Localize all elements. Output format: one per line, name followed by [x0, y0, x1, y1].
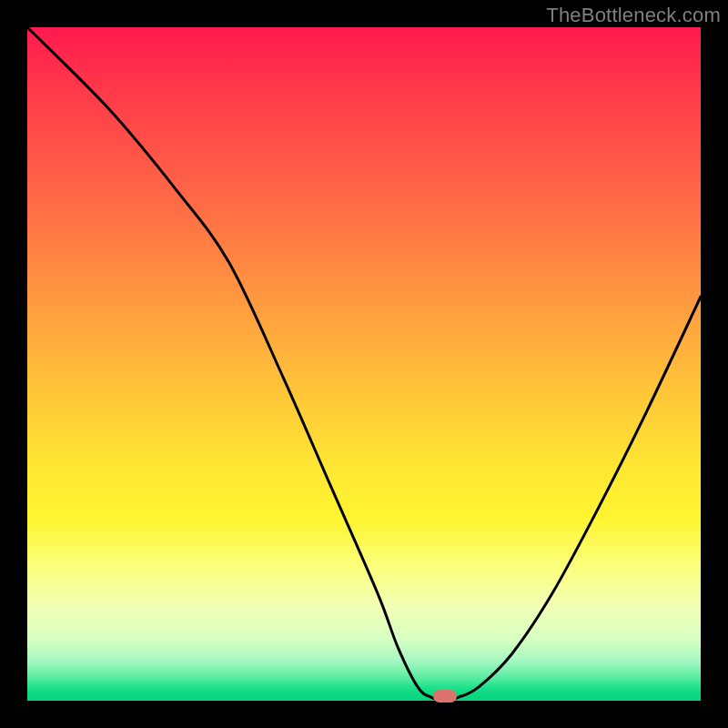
plot-area — [27, 27, 701, 701]
optimal-point-marker — [433, 690, 457, 703]
watermark-text: TheBottleneck.com — [546, 4, 721, 27]
chart-frame: TheBottleneck.com — [0, 0, 728, 728]
bottleneck-curve — [27, 27, 701, 701]
